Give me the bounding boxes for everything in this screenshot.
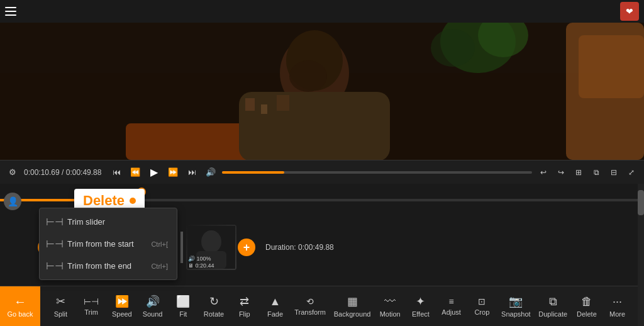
undo-button[interactable]: ↩ xyxy=(536,165,551,180)
adjust-icon: ≡ xyxy=(449,296,454,306)
tool-fit[interactable]: ⬜ Fit xyxy=(168,292,198,320)
crop-icon: ⊡ xyxy=(478,296,486,306)
svg-point-24 xyxy=(201,230,221,253)
more-icon: ··· xyxy=(613,295,622,308)
right-scrollbar[interactable] xyxy=(638,184,644,326)
tool-trim[interactable]: ⊢⊣ Trim xyxy=(76,294,106,318)
fade-label: Fade xyxy=(267,310,283,318)
svg-rect-11 xyxy=(261,104,267,114)
right-controls: ↩ ↪ ⊞ ⧉ ⊟ ⤢ xyxy=(536,165,639,180)
tool-effect[interactable]: ✦ Effect xyxy=(406,292,436,320)
trim-end-shortcut: Ctrl+] xyxy=(151,262,168,270)
copy-button[interactable]: ⧉ xyxy=(589,165,604,180)
settings-icon[interactable]: ⚙ xyxy=(5,165,20,180)
context-menu: ⊢⊣ Trim slider ⊢⊣ Trim from the start Ct… xyxy=(39,208,177,280)
progress-bar[interactable] xyxy=(222,171,532,174)
tool-background[interactable]: ▦ Background xyxy=(330,292,375,320)
flip-label: Flip xyxy=(239,310,250,318)
top-right: ❤ xyxy=(620,2,639,21)
effect-icon: ✦ xyxy=(416,295,425,308)
context-trim-end-label: Trim from the end xyxy=(67,261,131,271)
context-trim-slider-label: Trim slider xyxy=(67,217,105,227)
total-duration-label: Duration: 0:00:49.88 xyxy=(265,243,334,252)
tool-speed[interactable]: ⏩ Speed xyxy=(107,292,137,320)
tool-motion[interactable]: 〰 Motion xyxy=(375,293,405,320)
scrollbar-thumb[interactable] xyxy=(638,190,644,215)
clip-3-duration: 🖥 0:20.44 xyxy=(188,262,214,269)
progress-filled xyxy=(222,171,284,174)
tool-snapshot[interactable]: 📷 Snapshot xyxy=(497,292,534,320)
skip-to-end-button[interactable]: ⏭ xyxy=(184,165,199,180)
tool-split[interactable]: ✂ Split xyxy=(45,292,75,320)
more-label: More xyxy=(609,310,625,318)
timeline-avatar: 👤 xyxy=(4,193,21,210)
bottom-toolbar: ← Go back ✂ Split ⊢⊣ Trim ⏩ Speed 🔊 Soun… xyxy=(0,286,638,326)
context-trim-slider[interactable]: ⊢⊣ Trim slider xyxy=(40,211,177,233)
transform-label: Transform xyxy=(294,308,326,316)
grid-view-button[interactable]: ⊞ xyxy=(571,165,586,180)
snapshot-label: Snapshot xyxy=(501,310,530,318)
tool-crop[interactable]: ⊡ Crop xyxy=(467,294,497,318)
clip-3-info: 🔊 100% 🖥 0:20.44 xyxy=(188,256,214,269)
fade-icon: ▲ xyxy=(270,295,281,308)
context-trim-start-label: Trim from the start xyxy=(67,239,134,249)
fit-label: Fit xyxy=(179,310,187,318)
tool-transform[interactable]: ⟲ Transform xyxy=(291,294,330,318)
speed-icon: ⏩ xyxy=(115,295,129,308)
feedback-button[interactable]: ❤ xyxy=(620,2,639,21)
clip-3[interactable]: 🔊 100% 🖥 0:20.44 xyxy=(186,225,236,270)
tool-sound[interactable]: 🔊 Sound xyxy=(138,292,168,320)
split-label: Split xyxy=(54,310,67,318)
transform-icon: ⟲ xyxy=(306,296,314,306)
delete-dot xyxy=(130,198,136,204)
go-back-label: Go back xyxy=(8,310,33,318)
svg-rect-10 xyxy=(245,98,255,111)
tool-adjust[interactable]: ≡ Adjust xyxy=(436,294,467,318)
rewind-button[interactable]: ⏪ xyxy=(128,165,143,180)
svg-rect-12 xyxy=(277,95,289,111)
tool-flip[interactable]: ⇄ Flip xyxy=(230,292,260,320)
adjust-label: Adjust xyxy=(441,308,461,316)
go-back-arrow-icon: ← xyxy=(14,295,26,309)
redo-button[interactable]: ↪ xyxy=(553,165,569,180)
sound-icon: 🔊 xyxy=(146,295,160,308)
context-trim-start[interactable]: ⊢⊣ Trim from the start Ctrl+[ xyxy=(40,233,177,255)
fit-icon: ⬜ xyxy=(176,295,190,308)
forward-button[interactable]: ⏩ xyxy=(165,165,180,180)
trim-start-icon: ⊢⊣ xyxy=(48,238,61,250)
tool-rotate[interactable]: ↻ Rotate xyxy=(199,292,229,320)
top-bar: ❤ xyxy=(0,0,644,23)
background-icon: ▦ xyxy=(347,295,358,308)
speed-label: Speed xyxy=(112,310,132,318)
tool-fade[interactable]: ▲ Fade xyxy=(260,293,291,320)
go-back-button[interactable]: ← Go back xyxy=(0,286,40,327)
trim-slider-icon: ⊢⊣ xyxy=(48,216,61,228)
delete-icon: 🗑 xyxy=(581,295,592,308)
tool-duplicate[interactable]: ⧉ Duplicate xyxy=(535,293,571,320)
skip-to-start-button[interactable]: ⏮ xyxy=(109,165,124,180)
trim-start-shortcut: Ctrl+[ xyxy=(151,240,168,248)
delete-label: Delete xyxy=(577,310,597,318)
duplicate-label: Duplicate xyxy=(538,310,567,318)
clip-3-audio: 🔊 100% xyxy=(188,256,214,262)
snapshot-icon: 📷 xyxy=(509,295,523,308)
fullscreen-button[interactable]: ⤢ xyxy=(624,165,639,180)
context-trim-end[interactable]: ⊢⊣ Trim from the end Ctrl+] xyxy=(40,255,177,277)
play-button[interactable]: ▶ xyxy=(147,165,162,180)
motion-icon: 〰 xyxy=(384,295,396,308)
rotate-label: Rotate xyxy=(204,310,224,318)
trim-icon: ⊢⊣ xyxy=(84,296,99,306)
motion-label: Motion xyxy=(380,310,401,318)
volume-button[interactable]: 🔊 xyxy=(203,165,218,180)
time-display: 0:00:10.69 / 0:00:49.88 xyxy=(24,168,101,177)
layout-button[interactable]: ⊟ xyxy=(606,165,621,180)
svg-point-13 xyxy=(289,60,327,92)
effect-label: Effect xyxy=(412,310,430,318)
tool-delete[interactable]: 🗑 Delete xyxy=(572,293,602,320)
svg-rect-9 xyxy=(239,92,390,160)
menu-icon[interactable] xyxy=(5,3,23,20)
split-icon: ✂ xyxy=(56,295,65,308)
tool-more[interactable]: ··· More xyxy=(602,293,633,320)
add-clip-after-button[interactable]: + xyxy=(238,239,255,256)
toolbar-tools: ✂ Split ⊢⊣ Trim ⏩ Speed 🔊 Sound ⬜ Fit ↻ … xyxy=(40,292,638,320)
